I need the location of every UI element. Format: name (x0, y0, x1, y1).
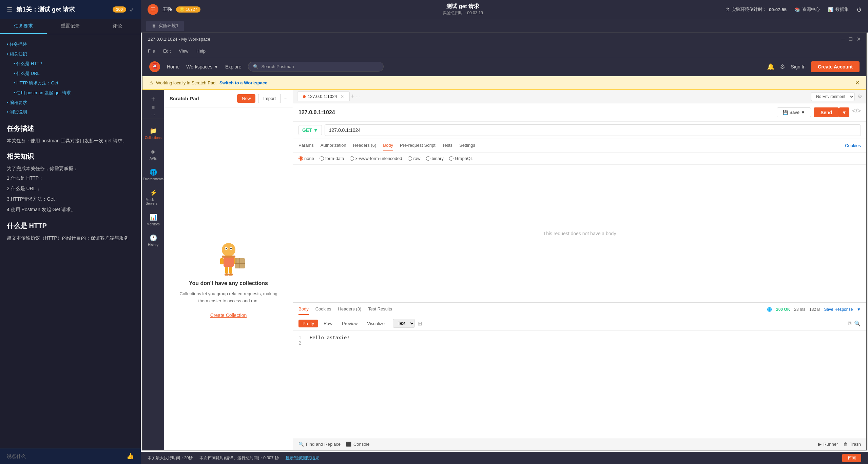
radio-none[interactable]: none (298, 156, 314, 161)
menu-view[interactable]: View (179, 48, 188, 54)
sidebar-more-icon[interactable]: ··· (151, 112, 155, 117)
thumb-icon[interactable]: 👍 (127, 452, 134, 460)
new-button[interactable]: New (237, 94, 255, 103)
environment-dropdown[interactable]: No Environment (811, 92, 855, 101)
collections-panel: Scratch Pad New Import ··· (164, 90, 293, 450)
sidebar-item-apis[interactable]: ◈ APIs (143, 145, 163, 163)
add-tab-icon[interactable]: + (351, 93, 355, 100)
user-avatar[interactable]: 王 (148, 4, 158, 15)
expand-icon[interactable]: ⤢ (130, 6, 134, 13)
sidebar-item-environments[interactable]: 🌐 Environments (143, 166, 163, 184)
sub-tab-settings[interactable]: Settings (459, 140, 475, 151)
runner-tool[interactable]: ▶ Runner (818, 442, 838, 447)
sub-tab-tests[interactable]: Tests (442, 140, 452, 151)
svg-rect-11 (229, 274, 233, 276)
nav-test-desc[interactable]: 测试说明 (7, 107, 134, 117)
find-replace-tool[interactable]: 🔍 Find and Replace (298, 442, 341, 447)
nav-what-url[interactable]: 什么是 URL (7, 69, 134, 79)
sidebar-add-icon[interactable]: + (151, 95, 155, 103)
menu-edit[interactable]: Edit (163, 48, 171, 54)
send-button[interactable]: Send (814, 107, 839, 117)
tab-task-req[interactable]: 任务要求 (0, 19, 47, 34)
sidebar-item-mock-servers[interactable]: ⚡ Mock Servers (143, 186, 163, 208)
import-button[interactable]: Import (258, 94, 281, 103)
radio-binary[interactable]: binary (426, 156, 444, 161)
fmt-tab-visualize[interactable]: Visualize (363, 320, 389, 327)
method-selector[interactable]: GET ▼ (298, 125, 322, 135)
env-settings-icon[interactable]: ⚙ (857, 93, 862, 100)
search-bar[interactable]: 🔍 Search Postman (248, 62, 384, 72)
sidebar-item-history[interactable]: 🕐 History (143, 231, 163, 249)
url-input[interactable] (325, 124, 861, 136)
create-collection-link[interactable]: Create Collection (210, 312, 247, 318)
radio-raw[interactable]: raw (408, 156, 421, 161)
nav-home[interactable]: Home (167, 64, 179, 69)
env-tab[interactable]: 🖥 实验环境1 (146, 21, 184, 31)
cookies-link[interactable]: Cookies (845, 143, 861, 148)
comment-input[interactable] (7, 453, 124, 459)
save-response-button[interactable]: Save Response (824, 307, 853, 312)
radio-form-data[interactable]: form-data (320, 156, 344, 161)
sidebar-item-monitors[interactable]: 📊 Monitors (143, 211, 163, 229)
task-description-text: 本关任务：使用 postman 工具对接口发起一次 get 请求。 (7, 137, 134, 145)
save-button[interactable]: 💾 Save ▼ (777, 107, 811, 117)
format-type-select[interactable]: Text (393, 319, 415, 328)
menu-icon[interactable]: ☰ (7, 6, 12, 13)
collections-more-icon[interactable]: ··· (284, 96, 287, 101)
fmt-tab-raw[interactable]: Raw (320, 320, 336, 327)
radio-urlencoded[interactable]: x-www-form-urlencoded (350, 156, 402, 161)
resp-tab-body[interactable]: Body (298, 304, 309, 315)
request-tab-active[interactable]: 127.0.0.1:1024 ✕ (297, 92, 350, 101)
sub-tab-authorization[interactable]: Authorization (321, 140, 346, 151)
power-icon[interactable]: ⏻ (857, 7, 861, 12)
more-tabs-icon[interactable]: ··· (356, 94, 360, 99)
nav-workspaces[interactable]: Workspaces ▼ (186, 64, 218, 69)
sign-in-button[interactable]: Sign In (791, 64, 806, 69)
sub-tab-headers[interactable]: Headers (6) (353, 140, 377, 151)
tab-close-icon[interactable]: ✕ (341, 94, 344, 99)
filter-icon[interactable]: ⊞ (418, 320, 422, 327)
tab-review[interactable]: 评论 (94, 19, 141, 34)
nav-postman-get[interactable]: 使用 postman 发起 get 请求 (7, 88, 134, 98)
nav-coding-req[interactable]: 编程要求 (7, 98, 134, 108)
save-response-dropdown[interactable]: ▼ (857, 307, 861, 312)
show-result-link[interactable]: 显示/隐藏测试结果 (286, 455, 319, 461)
sub-tab-body[interactable]: Body (383, 140, 393, 151)
sub-tab-params[interactable]: Params (298, 140, 314, 151)
win-close[interactable]: ✕ (856, 36, 861, 42)
search-resp-icon[interactable]: 🔍 (854, 320, 861, 327)
sidebar-filter-icon[interactable]: ≡ (152, 104, 155, 110)
create-account-button[interactable]: Create Account (811, 61, 860, 72)
eval-button[interactable]: 评测 (842, 454, 861, 462)
send-dropdown-button[interactable]: ▼ (839, 107, 849, 117)
data-collection[interactable]: 📊 数据集 (828, 6, 849, 13)
trash-tool[interactable]: 🗑 Trash (843, 442, 861, 447)
sub-tab-pre-request[interactable]: Pre-request Script (400, 140, 436, 151)
save-dropdown-icon[interactable]: ▼ (801, 110, 805, 115)
nav-related-knowledge[interactable]: 相关知识 (7, 49, 134, 59)
fmt-tab-preview[interactable]: Preview (338, 320, 362, 327)
copy-icon[interactable]: ⧉ (848, 320, 851, 327)
resp-tab-cookies[interactable]: Cookies (315, 304, 331, 315)
win-minimize[interactable]: ─ (841, 36, 845, 42)
sidebar-item-collections[interactable]: 📁 Collections (143, 124, 163, 142)
nav-what-http[interactable]: 什么是 HTTP (7, 59, 134, 69)
notifications-icon[interactable]: 🔔 (767, 63, 774, 70)
resource-center[interactable]: 📚 资源中心 (795, 6, 820, 13)
win-maximize[interactable]: □ (849, 36, 852, 42)
nav-task-desc[interactable]: 任务描述 (7, 40, 134, 49)
nav-explore[interactable]: Explore (225, 64, 241, 69)
menu-file[interactable]: File (148, 48, 155, 54)
resp-tab-test-results[interactable]: Test Results (368, 304, 392, 315)
tab-reset-record[interactable]: 重置记录 (47, 19, 94, 34)
warning-close-icon[interactable]: ✕ (855, 80, 860, 86)
console-tool[interactable]: ⬛ Console (346, 442, 370, 447)
settings-icon[interactable]: ⚙ (780, 63, 785, 70)
switch-workspace-link[interactable]: Switch to a Workspace (219, 80, 267, 85)
radio-graphql[interactable]: GraphQL (449, 156, 473, 161)
menu-help[interactable]: Help (196, 48, 206, 54)
code-icon[interactable]: </> (852, 107, 861, 117)
resp-tab-headers[interactable]: Headers (3) (338, 304, 362, 315)
nav-http-get[interactable]: HTTP 请求方法：Get (7, 78, 134, 88)
fmt-tab-pretty[interactable]: Pretty (298, 320, 318, 327)
